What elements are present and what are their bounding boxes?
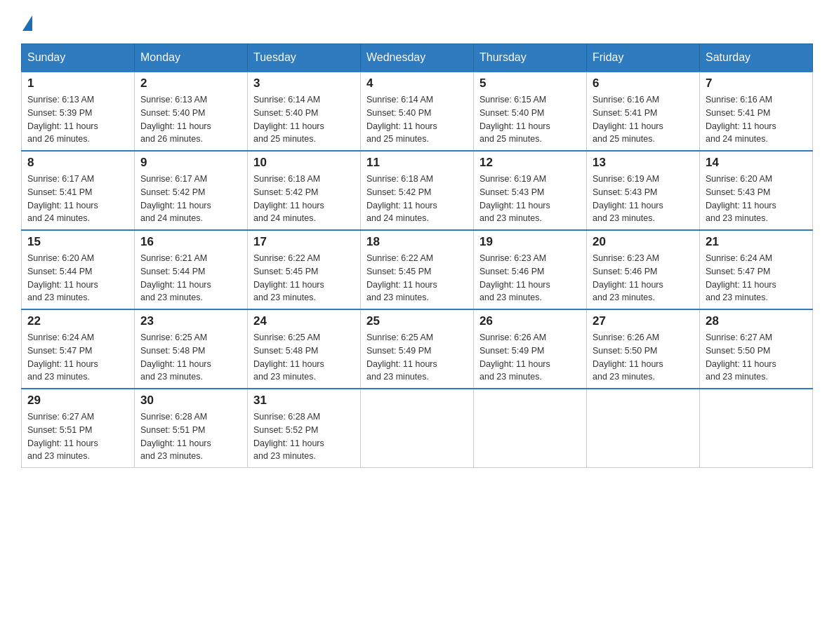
day-number: 29	[27, 394, 128, 408]
week-row-2: 8Sunrise: 6:17 AMSunset: 5:41 PMDaylight…	[22, 151, 813, 230]
day-cell-20: 20Sunrise: 6:23 AMSunset: 5:46 PMDayligh…	[587, 230, 700, 309]
day-cell-16: 16Sunrise: 6:21 AMSunset: 5:44 PMDayligh…	[135, 230, 248, 309]
day-number: 16	[140, 235, 241, 249]
day-info: Sunrise: 6:18 AMSunset: 5:42 PMDaylight:…	[366, 173, 468, 225]
day-info: Sunrise: 6:20 AMSunset: 5:43 PMDaylight:…	[706, 173, 807, 225]
day-number: 27	[593, 314, 694, 328]
empty-cell	[474, 389, 587, 468]
empty-cell	[361, 389, 474, 468]
page-header	[21, 14, 813, 29]
day-info: Sunrise: 6:13 AMSunset: 5:40 PMDaylight:…	[140, 93, 241, 146]
day-info: Sunrise: 6:16 AMSunset: 5:41 PMDaylight:…	[706, 93, 807, 146]
day-cell-28: 28Sunrise: 6:27 AMSunset: 5:50 PMDayligh…	[700, 309, 813, 389]
day-number: 9	[140, 156, 241, 170]
day-cell-15: 15Sunrise: 6:20 AMSunset: 5:44 PMDayligh…	[22, 230, 135, 309]
week-row-3: 15Sunrise: 6:20 AMSunset: 5:44 PMDayligh…	[22, 230, 813, 309]
day-number: 8	[27, 156, 128, 170]
day-header-monday: Monday	[135, 44, 248, 72]
day-cell-17: 17Sunrise: 6:22 AMSunset: 5:45 PMDayligh…	[248, 230, 361, 309]
day-header-saturday: Saturday	[700, 44, 813, 72]
day-cell-8: 8Sunrise: 6:17 AMSunset: 5:41 PMDaylight…	[22, 151, 135, 230]
day-number: 5	[479, 76, 581, 90]
day-info: Sunrise: 6:27 AMSunset: 5:51 PMDaylight:…	[27, 410, 128, 463]
day-cell-6: 6Sunrise: 6:16 AMSunset: 5:41 PMDaylight…	[587, 72, 700, 151]
day-cell-21: 21Sunrise: 6:24 AMSunset: 5:47 PMDayligh…	[700, 230, 813, 309]
week-row-4: 22Sunrise: 6:24 AMSunset: 5:47 PMDayligh…	[22, 309, 813, 389]
day-cell-4: 4Sunrise: 6:14 AMSunset: 5:40 PMDaylight…	[361, 72, 474, 151]
day-cell-5: 5Sunrise: 6:15 AMSunset: 5:40 PMDaylight…	[474, 72, 587, 151]
day-number: 6	[593, 76, 694, 90]
day-info: Sunrise: 6:16 AMSunset: 5:41 PMDaylight:…	[593, 93, 694, 146]
day-cell-19: 19Sunrise: 6:23 AMSunset: 5:46 PMDayligh…	[474, 230, 587, 309]
day-number: 12	[479, 156, 581, 170]
day-info: Sunrise: 6:17 AMSunset: 5:41 PMDaylight:…	[27, 173, 128, 225]
day-cell-3: 3Sunrise: 6:14 AMSunset: 5:40 PMDaylight…	[248, 72, 361, 151]
day-number: 19	[479, 235, 581, 249]
day-cell-29: 29Sunrise: 6:27 AMSunset: 5:51 PMDayligh…	[22, 389, 135, 468]
day-info: Sunrise: 6:23 AMSunset: 5:46 PMDaylight:…	[593, 252, 694, 304]
day-cell-11: 11Sunrise: 6:18 AMSunset: 5:42 PMDayligh…	[361, 151, 474, 230]
day-info: Sunrise: 6:17 AMSunset: 5:42 PMDaylight:…	[140, 173, 241, 225]
day-number: 11	[366, 156, 468, 170]
day-number: 3	[253, 76, 355, 90]
logo	[21, 14, 34, 29]
day-info: Sunrise: 6:14 AMSunset: 5:40 PMDaylight:…	[253, 93, 355, 146]
day-info: Sunrise: 6:19 AMSunset: 5:43 PMDaylight:…	[479, 173, 581, 225]
day-cell-9: 9Sunrise: 6:17 AMSunset: 5:42 PMDaylight…	[135, 151, 248, 230]
day-info: Sunrise: 6:26 AMSunset: 5:49 PMDaylight:…	[479, 331, 581, 384]
day-cell-7: 7Sunrise: 6:16 AMSunset: 5:41 PMDaylight…	[700, 72, 813, 151]
day-number: 31	[253, 394, 355, 408]
empty-cell	[700, 389, 813, 468]
day-cell-30: 30Sunrise: 6:28 AMSunset: 5:51 PMDayligh…	[135, 389, 248, 468]
day-number: 2	[140, 76, 241, 90]
day-cell-24: 24Sunrise: 6:25 AMSunset: 5:48 PMDayligh…	[248, 309, 361, 389]
week-row-1: 1Sunrise: 6:13 AMSunset: 5:39 PMDaylight…	[22, 72, 813, 151]
day-number: 24	[253, 314, 355, 328]
day-info: Sunrise: 6:24 AMSunset: 5:47 PMDaylight:…	[706, 252, 807, 304]
day-header-tuesday: Tuesday	[248, 44, 361, 72]
day-info: Sunrise: 6:14 AMSunset: 5:40 PMDaylight:…	[366, 93, 468, 146]
day-info: Sunrise: 6:21 AMSunset: 5:44 PMDaylight:…	[140, 252, 241, 304]
day-number: 15	[27, 235, 128, 249]
calendar-table: SundayMondayTuesdayWednesdayThursdayFrid…	[21, 43, 813, 468]
day-number: 20	[593, 235, 694, 249]
day-info: Sunrise: 6:24 AMSunset: 5:47 PMDaylight:…	[27, 331, 128, 384]
day-info: Sunrise: 6:23 AMSunset: 5:46 PMDaylight:…	[479, 252, 581, 304]
day-cell-1: 1Sunrise: 6:13 AMSunset: 5:39 PMDaylight…	[22, 72, 135, 151]
day-cell-25: 25Sunrise: 6:25 AMSunset: 5:49 PMDayligh…	[361, 309, 474, 389]
day-header-friday: Friday	[587, 44, 700, 72]
day-cell-10: 10Sunrise: 6:18 AMSunset: 5:42 PMDayligh…	[248, 151, 361, 230]
day-cell-31: 31Sunrise: 6:28 AMSunset: 5:52 PMDayligh…	[248, 389, 361, 468]
day-number: 17	[253, 235, 355, 249]
logo-triangle-icon	[22, 15, 32, 31]
day-cell-27: 27Sunrise: 6:26 AMSunset: 5:50 PMDayligh…	[587, 309, 700, 389]
day-number: 14	[706, 156, 807, 170]
day-number: 1	[27, 76, 128, 90]
day-number: 26	[479, 314, 581, 328]
day-info: Sunrise: 6:28 AMSunset: 5:51 PMDaylight:…	[140, 410, 241, 463]
day-info: Sunrise: 6:20 AMSunset: 5:44 PMDaylight:…	[27, 252, 128, 304]
day-header-thursday: Thursday	[474, 44, 587, 72]
day-cell-14: 14Sunrise: 6:20 AMSunset: 5:43 PMDayligh…	[700, 151, 813, 230]
day-info: Sunrise: 6:25 AMSunset: 5:48 PMDaylight:…	[140, 331, 241, 384]
day-info: Sunrise: 6:25 AMSunset: 5:48 PMDaylight:…	[253, 331, 355, 384]
day-info: Sunrise: 6:22 AMSunset: 5:45 PMDaylight:…	[253, 252, 355, 304]
day-number: 7	[706, 76, 807, 90]
day-cell-13: 13Sunrise: 6:19 AMSunset: 5:43 PMDayligh…	[587, 151, 700, 230]
day-number: 25	[366, 314, 468, 328]
day-info: Sunrise: 6:25 AMSunset: 5:49 PMDaylight:…	[366, 331, 468, 384]
day-cell-23: 23Sunrise: 6:25 AMSunset: 5:48 PMDayligh…	[135, 309, 248, 389]
day-number: 21	[706, 235, 807, 249]
day-info: Sunrise: 6:18 AMSunset: 5:42 PMDaylight:…	[253, 173, 355, 225]
day-info: Sunrise: 6:22 AMSunset: 5:45 PMDaylight:…	[366, 252, 468, 304]
day-cell-18: 18Sunrise: 6:22 AMSunset: 5:45 PMDayligh…	[361, 230, 474, 309]
day-cell-26: 26Sunrise: 6:26 AMSunset: 5:49 PMDayligh…	[474, 309, 587, 389]
day-number: 4	[366, 76, 468, 90]
day-number: 28	[706, 314, 807, 328]
day-header-wednesday: Wednesday	[361, 44, 474, 72]
day-cell-12: 12Sunrise: 6:19 AMSunset: 5:43 PMDayligh…	[474, 151, 587, 230]
day-number: 30	[140, 394, 241, 408]
day-cell-22: 22Sunrise: 6:24 AMSunset: 5:47 PMDayligh…	[22, 309, 135, 389]
day-number: 23	[140, 314, 241, 328]
day-number: 10	[253, 156, 355, 170]
